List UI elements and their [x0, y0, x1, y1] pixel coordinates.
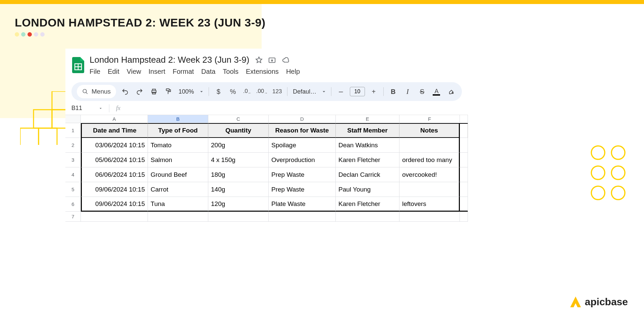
- cell[interactable]: Carrot: [148, 182, 208, 197]
- column-header-D[interactable]: D: [269, 115, 336, 123]
- cell-blank[interactable]: [460, 212, 468, 222]
- header-date[interactable]: Date and Time: [81, 123, 148, 138]
- cell-blank[interactable]: [460, 167, 468, 182]
- menu-insert[interactable]: Insert: [149, 68, 165, 75]
- document-title[interactable]: London Hampstead 2: Week 23 (Jun 3-9): [90, 55, 249, 65]
- italic-button[interactable]: I: [402, 86, 413, 97]
- cell-blank[interactable]: [460, 138, 468, 153]
- menu-edit[interactable]: Edit: [108, 68, 119, 75]
- header-staff[interactable]: Staff Member: [336, 123, 399, 138]
- cell[interactable]: Declan Carrick: [336, 167, 399, 182]
- cell[interactable]: Salmon: [148, 153, 208, 167]
- row-header-5[interactable]: 5: [65, 182, 81, 197]
- row-header-6[interactable]: 6: [65, 197, 81, 212]
- menu-file[interactable]: File: [90, 68, 100, 75]
- menu-extensions[interactable]: Extensions: [246, 68, 279, 75]
- chevron-down-icon[interactable]: [199, 89, 205, 95]
- cell-blank[interactable]: [460, 123, 468, 138]
- strikethrough-button[interactable]: S: [417, 86, 428, 97]
- cell[interactable]: Prep Waste: [269, 182, 336, 197]
- column-header-C[interactable]: C: [208, 115, 269, 123]
- row-header-1[interactable]: 1: [65, 123, 81, 138]
- cell[interactable]: Karen Fletcher: [336, 197, 399, 212]
- menus-search[interactable]: Menus: [77, 85, 116, 98]
- cell[interactable]: Prep Waste: [269, 167, 336, 182]
- cell-blank[interactable]: [460, 197, 468, 212]
- row-header-2[interactable]: 2: [65, 138, 81, 153]
- font-size-decrease[interactable]: –: [335, 86, 346, 97]
- header-qty[interactable]: Quantity: [208, 123, 269, 138]
- cell[interactable]: Tomato: [148, 138, 208, 153]
- cell[interactable]: Plate Waste: [269, 197, 336, 212]
- menu-view[interactable]: View: [127, 68, 141, 75]
- percent-format-button[interactable]: %: [227, 86, 238, 97]
- cell[interactable]: 03/06/2024 10:15: [81, 138, 148, 153]
- cell-blank[interactable]: [460, 182, 468, 197]
- chevron-down-icon[interactable]: [321, 89, 327, 95]
- zoom-level[interactable]: 100%: [177, 88, 195, 95]
- cell[interactable]: ordered too many: [399, 153, 460, 167]
- cell[interactable]: [399, 182, 460, 197]
- print-button[interactable]: [148, 86, 159, 97]
- row-header-7[interactable]: 7: [65, 212, 81, 222]
- cell-blank[interactable]: [208, 212, 269, 222]
- cell-blank[interactable]: [460, 153, 468, 167]
- font-size-input[interactable]: 10: [350, 87, 365, 96]
- row-header-4[interactable]: 4: [65, 167, 81, 182]
- column-header-A[interactable]: A: [81, 115, 148, 123]
- font-size-increase[interactable]: +: [368, 86, 379, 97]
- bold-button[interactable]: B: [388, 86, 399, 97]
- menu-tools[interactable]: Tools: [223, 68, 238, 75]
- increase-decimal-button[interactable]: .00→: [256, 86, 268, 97]
- cell[interactable]: 06/06/2024 10:15: [81, 167, 148, 182]
- cell[interactable]: Paul Young: [336, 182, 399, 197]
- cell[interactable]: [399, 138, 460, 153]
- column-header-extra[interactable]: [460, 115, 468, 123]
- undo-button[interactable]: [119, 86, 130, 97]
- spreadsheet-grid[interactable]: A B C D E F 1 Date and Time Type of Food…: [65, 115, 468, 222]
- cell[interactable]: 120g: [208, 197, 269, 212]
- fill-color-button[interactable]: [445, 86, 457, 97]
- cell-blank[interactable]: [81, 212, 148, 222]
- cell-blank[interactable]: [148, 212, 208, 222]
- select-all-corner[interactable]: [65, 115, 81, 123]
- more-formats-button[interactable]: 123: [271, 86, 283, 97]
- cell[interactable]: Tuna: [148, 197, 208, 212]
- row-header-3[interactable]: 3: [65, 153, 81, 167]
- menu-format[interactable]: Format: [173, 68, 194, 75]
- cell[interactable]: 09/06/2024 10:15: [81, 197, 148, 212]
- cell[interactable]: Karen Fletcher: [336, 153, 399, 167]
- font-selector[interactable]: Defaul…: [291, 88, 318, 95]
- text-color-button[interactable]: A: [431, 86, 442, 97]
- header-notes[interactable]: Notes: [399, 123, 460, 138]
- cell-blank[interactable]: [269, 212, 336, 222]
- cell[interactable]: 200g: [208, 138, 269, 153]
- cell-blank[interactable]: [336, 212, 399, 222]
- move-icon[interactable]: [268, 56, 276, 64]
- cell[interactable]: 140g: [208, 182, 269, 197]
- column-header-F[interactable]: F: [399, 115, 460, 123]
- menu-help[interactable]: Help: [286, 68, 300, 75]
- cell[interactable]: leftovers: [399, 197, 460, 212]
- cell[interactable]: Spoilage: [269, 138, 336, 153]
- cell[interactable]: Ground Beef: [148, 167, 208, 182]
- cell[interactable]: 05/06/2024 10:15: [81, 153, 148, 167]
- column-header-E[interactable]: E: [336, 115, 399, 123]
- cell[interactable]: 4 x 150g: [208, 153, 269, 167]
- redo-button[interactable]: [134, 86, 145, 97]
- cell[interactable]: 180g: [208, 167, 269, 182]
- cell[interactable]: 09/06/2024 10:15: [81, 182, 148, 197]
- header-reason[interactable]: Reason for Waste: [269, 123, 336, 138]
- header-food[interactable]: Type of Food: [148, 123, 208, 138]
- menu-data[interactable]: Data: [201, 68, 215, 75]
- cell-blank[interactable]: [399, 212, 460, 222]
- sheets-app-icon[interactable]: [71, 57, 85, 73]
- decrease-decimal-button[interactable]: .0←: [242, 86, 253, 97]
- star-icon[interactable]: [255, 56, 263, 64]
- currency-format-button[interactable]: $: [213, 86, 224, 97]
- cloud-status-icon[interactable]: [281, 56, 290, 64]
- paint-format-button[interactable]: [163, 86, 174, 97]
- name-box[interactable]: B11: [69, 104, 106, 113]
- cell[interactable]: overcooked!: [399, 167, 460, 182]
- column-header-B[interactable]: B: [148, 115, 208, 123]
